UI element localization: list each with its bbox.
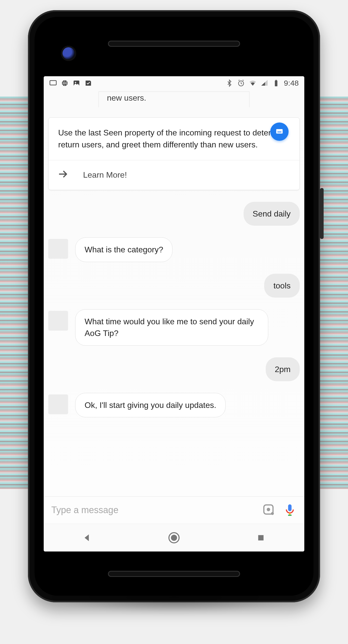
svg-rect-6 [275, 80, 277, 81]
svg-rect-5 [275, 81, 277, 86]
svg-rect-0 [50, 81, 56, 85]
svg-point-14 [171, 535, 177, 541]
basketball-icon [61, 79, 69, 87]
status-right: 9:48 [226, 79, 299, 87]
message-row: Send daily [48, 202, 300, 226]
message-input[interactable] [51, 505, 255, 515]
status-bar: 9:48 [44, 76, 304, 90]
prev-card-stub-text: new users. [107, 93, 146, 102]
phone-frame: 9:48 new users. Use the last Seen proper… [28, 10, 320, 602]
user-message[interactable]: 2pm [266, 357, 300, 381]
bot-message[interactable]: Ok, I'll start giving you daily updates. [75, 393, 226, 417]
message-row: 2pm [48, 357, 300, 381]
bot-avatar[interactable] [48, 394, 68, 414]
tip-card-body: Use the last Seen property of the incomi… [49, 118, 299, 160]
status-left [49, 79, 92, 87]
message-row: Ok, I'll start giving you daily updates. [48, 393, 300, 417]
nav-home-button[interactable] [161, 530, 187, 545]
bot-message[interactable]: What time would you like me to send your… [75, 309, 268, 346]
tip-card-action[interactable]: Learn More! [49, 160, 299, 190]
image-icon [73, 79, 80, 87]
artifact-right [318, 97, 348, 489]
bluetooth-icon [226, 79, 233, 87]
lens-icon[interactable] [262, 503, 276, 517]
nav-recent-button[interactable] [248, 530, 274, 545]
svg-rect-12 [288, 504, 292, 511]
phone-camera [61, 46, 76, 61]
alarm-icon [237, 79, 245, 87]
artifact-left [0, 97, 30, 489]
arrow-right-icon [58, 168, 69, 182]
status-time: 9:48 [284, 79, 299, 87]
app-badge-icon [275, 126, 284, 137]
cast-icon [49, 79, 57, 87]
user-message[interactable]: tools [264, 274, 300, 298]
battery-icon [272, 79, 280, 87]
svg-point-10 [267, 508, 270, 511]
user-message[interactable]: Send daily [244, 202, 300, 226]
message-row: What is the category? [48, 237, 300, 262]
app-badge[interactable] [270, 122, 289, 141]
bot-avatar[interactable] [48, 239, 68, 259]
prev-card-stub: new users. [99, 91, 249, 107]
wifi-icon [249, 79, 257, 87]
phone-power-button [320, 188, 324, 239]
mic-icon[interactable] [283, 503, 297, 517]
check-icon [84, 79, 92, 87]
svg-point-3 [75, 82, 76, 83]
svg-rect-8 [277, 132, 281, 132]
tip-card-action-label: Learn More! [83, 170, 127, 180]
tip-card: Use the last Seen property of the incomi… [48, 117, 300, 190]
nav-back-button[interactable] [74, 530, 100, 545]
message-row: tools [48, 274, 300, 298]
phone-bottom-speaker [108, 571, 240, 577]
svg-rect-15 [258, 535, 264, 540]
phone-earpiece [108, 41, 240, 47]
conversation[interactable]: new users. Use the last Seen property of… [44, 90, 304, 496]
cell-icon [261, 79, 268, 87]
message-row: What time would you like me to send your… [48, 309, 300, 346]
android-navbar [44, 524, 304, 551]
bot-message[interactable]: What is the category? [75, 237, 172, 262]
screen: 9:48 new users. Use the last Seen proper… [44, 76, 304, 551]
bot-avatar[interactable] [48, 311, 68, 331]
svg-rect-7 [276, 129, 282, 133]
svg-point-11 [271, 512, 274, 515]
input-bar [44, 496, 304, 524]
